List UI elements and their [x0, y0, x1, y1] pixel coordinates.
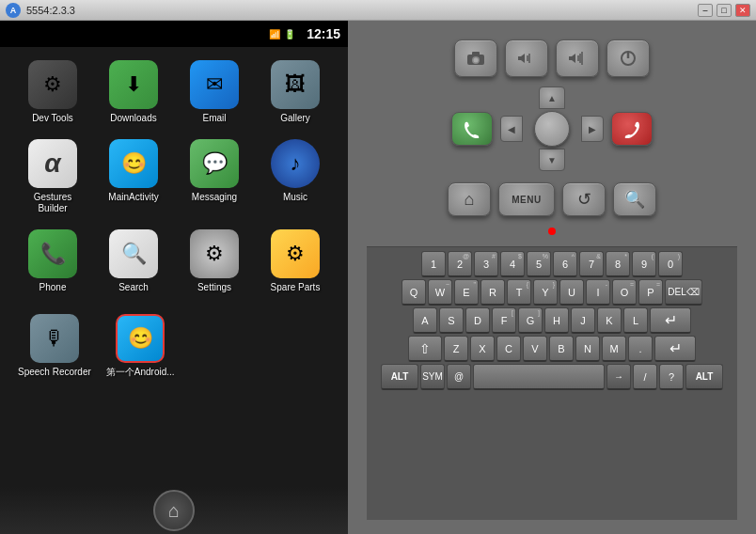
dpad-right[interactable]: ▶: [581, 116, 604, 142]
key-w[interactable]: W~: [428, 279, 452, 306]
key-enter2[interactable]: ↵: [654, 336, 696, 362]
downloads-label: Downloads: [110, 113, 156, 124]
key-h[interactable]: H: [544, 307, 569, 334]
key-arrow-right[interactable]: →: [606, 364, 631, 390]
key-u[interactable]: U: [559, 279, 584, 306]
dpad-up[interactable]: ▲: [539, 86, 565, 109]
home-button[interactable]: ⌂: [153, 490, 195, 531]
app-item-spareparts[interactable]: ⚙ Spare Parts: [257, 226, 334, 297]
app-item-speechrec[interactable]: 🎙 Speech Recorder: [14, 310, 95, 382]
gestures-label: Gestures Builder: [18, 192, 87, 214]
key-6[interactable]: 6^: [553, 251, 577, 277]
svg-point-2: [474, 58, 479, 63]
key-shift[interactable]: ⇧: [408, 336, 442, 362]
key-d[interactable]: D: [465, 307, 490, 334]
email-icon: ✉: [190, 60, 239, 109]
key-2[interactable]: 2@: [448, 251, 472, 277]
menu-button[interactable]: MENU: [498, 182, 555, 216]
close-button[interactable]: ✕: [735, 4, 750, 17]
app-item-android[interactable]: 😊 第一个Android...: [102, 310, 179, 382]
app-item-downloads[interactable]: ⬇ Downloads: [95, 56, 172, 128]
key-e[interactable]: E": [454, 279, 479, 306]
key-j[interactable]: J: [571, 307, 595, 334]
home-small-button[interactable]: ⌂: [448, 182, 491, 216]
power-button[interactable]: [606, 39, 650, 77]
music-icon: ♪: [271, 139, 320, 188]
key-3[interactable]: 3#: [474, 251, 498, 277]
key-c[interactable]: C: [496, 336, 521, 362]
minimize-button[interactable]: –: [698, 4, 713, 17]
signal-icon: 📶: [269, 29, 280, 39]
kb-row-qwerty: Q W~ E" R T{ Y} U I- O= P= DEL⌫: [372, 279, 732, 306]
app-item-search[interactable]: 🔍 Search: [95, 226, 172, 297]
key-9[interactable]: 9(: [632, 251, 656, 277]
key-at[interactable]: @: [447, 364, 471, 390]
key-g[interactable]: G]: [518, 307, 543, 334]
key-del[interactable]: DEL⌫: [665, 279, 702, 306]
maximize-button[interactable]: □: [717, 4, 732, 17]
key-slash[interactable]: /: [633, 364, 657, 390]
key-f[interactable]: F[: [492, 307, 516, 334]
key-a[interactable]: A: [413, 307, 437, 334]
right-panel: ▲ ▼ ◀ ▶ ⌂ MENU ↺ 🔍 1: [348, 21, 756, 534]
key-v[interactable]: V: [523, 336, 547, 362]
dpad-down[interactable]: ▼: [539, 149, 565, 171]
menu-row: ⌂ MENU ↺ 🔍: [367, 182, 737, 216]
app-item-email[interactable]: ✉ Email: [176, 56, 253, 128]
key-space[interactable]: [473, 364, 605, 390]
app-item-phone[interactable]: 📞 Phone: [14, 226, 91, 297]
gestures-icon: α: [28, 139, 77, 188]
window-controls: – □ ✕: [698, 4, 750, 17]
camera-button[interactable]: [454, 39, 497, 77]
key-period[interactable]: .: [628, 336, 653, 362]
key-p[interactable]: P=: [638, 279, 663, 306]
window-title: 5554:2.3.3: [26, 5, 698, 16]
app-item-gallery[interactable]: 🖼 Gallery: [257, 56, 334, 128]
key-alt-right[interactable]: ALT: [685, 364, 723, 390]
key-s[interactable]: S: [439, 307, 464, 334]
key-q[interactable]: Q: [402, 279, 426, 306]
key-1[interactable]: 1: [421, 251, 446, 277]
key-k[interactable]: K: [597, 307, 622, 334]
key-0[interactable]: 0): [658, 251, 683, 277]
dpad-container: ▲ ▼ ◀ ▶: [367, 86, 737, 171]
app-item-gestures[interactable]: α Gestures Builder: [14, 135, 91, 218]
dpad-left[interactable]: ◀: [500, 116, 523, 142]
key-5[interactable]: 5%: [527, 251, 551, 277]
search-small-button[interactable]: 🔍: [613, 182, 656, 216]
key-n[interactable]: N: [575, 336, 600, 362]
key-7[interactable]: 7&: [579, 251, 604, 277]
call-button[interactable]: [451, 112, 493, 146]
key-enter[interactable]: ↵: [650, 307, 691, 334]
volume-up-button[interactable]: [556, 39, 599, 77]
key-x[interactable]: X: [470, 336, 495, 362]
key-o[interactable]: O=: [612, 279, 637, 306]
app-item-messaging[interactable]: 💬 Messaging: [176, 135, 253, 218]
app-item-music[interactable]: ♪ Music: [257, 135, 334, 218]
key-m[interactable]: M: [602, 336, 626, 362]
key-l[interactable]: L: [623, 307, 648, 334]
key-i[interactable]: I-: [586, 279, 610, 306]
key-qmark[interactable]: ?: [659, 364, 684, 390]
devtools-icon: ⚙: [28, 60, 77, 109]
devtools-label: Dev Tools: [32, 113, 73, 124]
key-t[interactable]: T{: [507, 279, 531, 306]
volume-down-button[interactable]: [505, 39, 548, 77]
dpad-center[interactable]: [534, 111, 570, 147]
dpad: ▲ ▼ ◀ ▶: [500, 86, 604, 171]
end-call-button[interactable]: [611, 112, 653, 146]
key-y[interactable]: Y}: [533, 279, 558, 306]
key-8[interactable]: 8*: [606, 251, 630, 277]
app-item-settings[interactable]: ⚙ Settings: [176, 226, 253, 297]
key-4[interactable]: 4$: [500, 251, 525, 277]
key-sym[interactable]: SYM: [420, 364, 445, 390]
key-r[interactable]: R: [480, 279, 505, 306]
key-alt-left[interactable]: ALT: [381, 364, 418, 390]
app-item-devtools[interactable]: ⚙ Dev Tools: [14, 56, 91, 128]
back-button[interactable]: ↺: [562, 182, 606, 216]
mainactivity-icon: 😊: [109, 139, 158, 188]
home-bar: ⌂: [0, 487, 348, 534]
key-b[interactable]: B: [549, 336, 574, 362]
key-z[interactable]: Z: [444, 336, 468, 362]
app-item-mainactivity[interactable]: 😊 MainActivity: [95, 135, 172, 218]
